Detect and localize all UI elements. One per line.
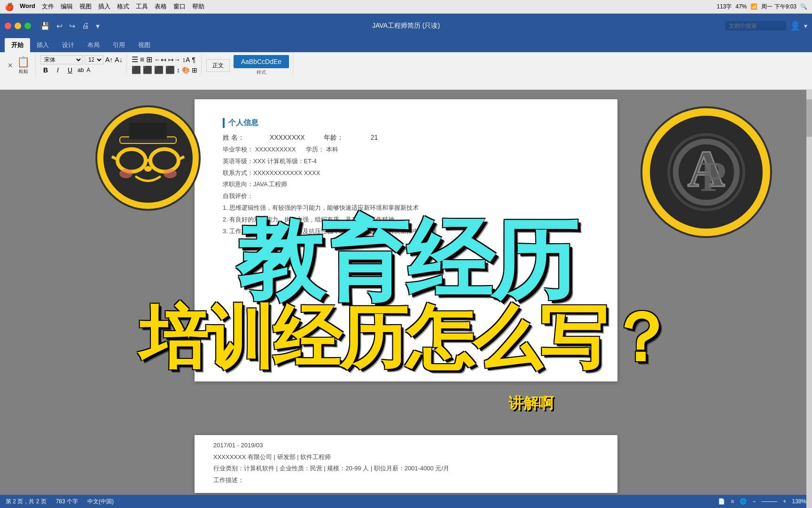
align-center-icon[interactable]: ⬛ — [143, 65, 152, 74]
format-clear-icon[interactable]: ✕ — [8, 62, 13, 69]
font-grow-icon[interactable]: A↑ — [105, 56, 113, 64]
zoom-slider[interactable]: ──── — [761, 498, 777, 505]
font-color-button[interactable]: A — [86, 66, 91, 74]
redo-icon[interactable]: ↪ — [67, 21, 78, 32]
status-bar: 第 2 页，共 2 页 783 个字 中文(中国) 📄 ≡ 🌐 − ──── +… — [0, 495, 812, 508]
style-normal[interactable]: 正文 — [206, 59, 230, 72]
page-info: 第 2 页，共 2 页 — [6, 498, 47, 506]
badge-text: 讲解啊 — [508, 393, 554, 414]
apple-logo[interactable]: 🍎 — [5, 2, 14, 11]
save-icon[interactable]: 💾 — [38, 21, 52, 32]
search-icon[interactable]: 🔍 — [800, 3, 807, 10]
font-shrink-icon[interactable]: A↓ — [115, 56, 122, 64]
job-intention-row: 求职意向：JAVA 工程师 — [223, 180, 589, 190]
justify-icon[interactable]: ⬛ — [165, 65, 175, 74]
svg-point-10 — [119, 169, 133, 178]
menubar-wifi: 📶 — [750, 3, 757, 10]
name-value: XXXXXXXX — [270, 134, 305, 142]
align-right-icon[interactable]: ⬛ — [154, 65, 164, 74]
paste-group-content: ✕ 📋 粘贴 — [8, 55, 31, 76]
contact-row: 联系方式：XXXXXXXXXXXX XXXX — [223, 168, 589, 178]
view-normal-icon[interactable]: 📄 — [718, 498, 725, 505]
svg-rect-8 — [129, 123, 167, 139]
titlebar-right: 👤 ▾ — [725, 21, 807, 31]
menu-format[interactable]: 格式 — [117, 2, 129, 11]
school-label: 毕业学校： — [223, 146, 253, 153]
ribbon-tabs: 开始 插入 设计 布局 引用 视图 — [0, 38, 812, 52]
job-details: 行业类别：计算机软件 | 企业性质：民营 | 规模：20-99 人 | 职位月薪… — [213, 464, 599, 474]
decrease-indent-icon[interactable]: ←↤ — [154, 56, 166, 64]
print-icon[interactable]: 🖨 — [79, 21, 92, 31]
ribbon-collapse-icon[interactable]: ▾ — [804, 22, 807, 30]
menu-tools[interactable]: 工具 — [136, 2, 148, 11]
multilevel-button[interactable]: ⊞ — [146, 55, 152, 64]
shading-icon[interactable]: 🎨 — [182, 66, 190, 74]
document-search-input[interactable] — [725, 21, 786, 31]
svg-text:P: P — [701, 153, 726, 200]
customize-icon[interactable]: ▾ — [94, 21, 102, 32]
menu-edit[interactable]: 编辑 — [61, 2, 73, 11]
tab-reference[interactable]: 引用 — [106, 38, 132, 52]
menu-view[interactable]: 视图 — [79, 2, 92, 11]
age-label: 年龄： — [324, 134, 352, 142]
menubar-time: 周一 下午9:03 — [761, 3, 796, 11]
zoom-out-icon[interactable]: − — [752, 498, 756, 505]
styles-pane-button[interactable]: AaBbCcDdEe — [234, 55, 289, 68]
bold-button[interactable]: B — [40, 66, 51, 74]
sort-icon[interactable]: ↕A — [182, 56, 190, 64]
doc-page-bottom: 2017/01 - 2019/03 XXXXXXXX 有限公司 | 研发部 | … — [195, 435, 617, 493]
underline-button[interactable]: U — [65, 66, 75, 74]
undo-icon[interactable]: ↩ — [54, 21, 65, 32]
menubar-battery: 47% — [735, 3, 747, 10]
title-bar: 💾 ↩ ↪ 🖨 ▾ JAVA工程师简历 (只读) 👤 ▾ — [0, 14, 812, 38]
account-icon[interactable]: 👤 — [790, 21, 800, 31]
paste-button[interactable]: 📋 粘贴 — [15, 55, 31, 76]
window-title: JAVA工程师简历 (只读) — [372, 22, 440, 30]
school-value: XXXXXXXXXX — [255, 146, 296, 153]
font-row: 宋体 12 A↑ A↓ — [40, 55, 123, 64]
align-left-icon[interactable]: ⬛ — [132, 65, 141, 74]
logo-right: A A P — [638, 104, 774, 240]
view-outline-icon[interactable]: ≡ — [731, 498, 734, 505]
menu-word[interactable]: Word — [20, 2, 35, 11]
paste-group: ✕ 📋 粘贴 — [4, 54, 36, 77]
tab-design[interactable]: 设计 — [55, 38, 81, 52]
scrollbar-thumb[interactable] — [806, 99, 812, 137]
tab-layout[interactable]: 布局 — [81, 38, 106, 52]
bullets-button[interactable]: ☰ — [132, 55, 138, 64]
menu-items: Word 文件 编辑 视图 插入 格式 工具 表格 窗口 帮助 — [20, 2, 204, 11]
menubar-chars: 113字 — [717, 3, 732, 11]
menu-help[interactable]: 帮助 — [192, 2, 204, 11]
font-group: 宋体 12 A↑ A↓ B I U ab A — [37, 54, 127, 75]
font-name-select[interactable]: 宋体 — [40, 55, 83, 64]
menu-insert[interactable]: 插入 — [98, 2, 110, 11]
align-row: ⬛ ⬛ ⬛ ⬛ ↕ 🎨 ⊞ — [132, 65, 197, 74]
menu-table[interactable]: 表格 — [155, 2, 167, 11]
border-icon[interactable]: ⊞ — [192, 66, 197, 74]
svg-point-11 — [164, 169, 177, 178]
edu-value: 本科 — [326, 146, 338, 153]
zoom-in-icon[interactable]: + — [783, 498, 786, 505]
tab-home[interactable]: 开始 — [5, 38, 30, 52]
numbering-button[interactable]: ≡ — [140, 56, 144, 64]
tab-view[interactable]: 视图 — [132, 38, 157, 52]
logo-left — [94, 104, 202, 212]
list-row: ☰ ≡ ⊞ ←↤ ↦→ ↕A ¶ — [132, 55, 197, 64]
maximize-button[interactable] — [24, 23, 31, 29]
show-formatting-icon[interactable]: ¶ — [192, 56, 195, 64]
menu-window[interactable]: 窗口 — [173, 2, 186, 11]
close-button[interactable] — [5, 23, 11, 29]
doc-name-row: 姓 名： XXXXXXXX 年龄： 21 — [223, 134, 589, 142]
font-size-select[interactable]: 12 — [85, 55, 103, 64]
styles-label: 样式 — [257, 69, 266, 76]
menu-file[interactable]: 文件 — [42, 2, 54, 11]
line-spacing-icon[interactable]: ↕ — [177, 66, 180, 74]
minimize-button[interactable] — [15, 23, 21, 29]
strikethrough-button[interactable]: ab — [77, 66, 84, 74]
section-personal-info: 个人信息 — [223, 118, 589, 128]
italic-button[interactable]: I — [53, 66, 63, 74]
view-web-icon[interactable]: 🌐 — [740, 498, 747, 505]
quick-access-toolbar: 💾 ↩ ↪ 🖨 ▾ — [38, 21, 102, 32]
tab-insert[interactable]: 插入 — [30, 38, 55, 52]
increase-indent-icon[interactable]: ↦→ — [168, 56, 180, 64]
